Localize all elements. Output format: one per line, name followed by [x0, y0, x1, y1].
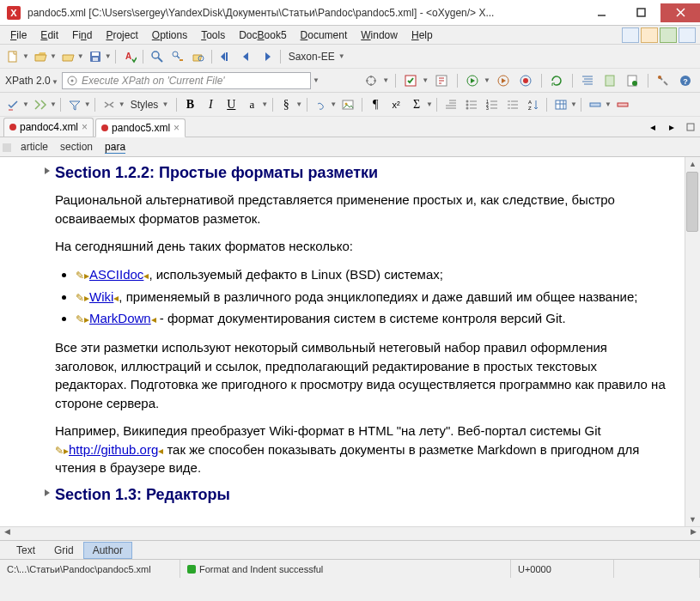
- perspective-editor-icon[interactable]: [622, 27, 639, 43]
- menu-edit[interactable]: Edit: [33, 27, 65, 43]
- close-tab-icon[interactable]: ×: [173, 122, 180, 134]
- menu-document[interactable]: Document: [294, 27, 355, 43]
- perspective-db-icon[interactable]: [679, 27, 696, 43]
- validate-icon[interactable]: [401, 71, 420, 90]
- find-in-files-icon[interactable]: [189, 47, 208, 66]
- save-icon[interactable]: [86, 47, 105, 66]
- mode-grid[interactable]: Grid: [45, 542, 83, 559]
- close-button[interactable]: [660, 3, 700, 22]
- indent-left-icon[interactable]: [441, 95, 460, 114]
- vertical-scrollbar[interactable]: ▲ ▼: [685, 157, 700, 526]
- menu-find[interactable]: Find: [65, 27, 99, 43]
- menu-options[interactable]: Options: [145, 27, 194, 43]
- menu-help[interactable]: Help: [405, 27, 440, 43]
- titlebar: X pandoc5.xml [C:\Users\sergey\YandexDis…: [0, 0, 700, 26]
- insert-table-icon[interactable]: [551, 95, 570, 114]
- run-transform-icon[interactable]: [463, 71, 482, 90]
- open-url-icon[interactable]: [58, 47, 77, 66]
- menu-docbook5[interactable]: DocBook5: [232, 27, 293, 43]
- horizontal-scrollbar[interactable]: ◀ ▶: [0, 526, 700, 540]
- tab-scroll-left-icon[interactable]: ◂: [643, 118, 662, 137]
- link-wiki[interactable]: Wiki: [89, 289, 113, 304]
- maximize-button[interactable]: [621, 3, 660, 22]
- insert-row-icon[interactable]: [586, 95, 605, 114]
- xpath-input[interactable]: Execute XPath on 'Current File': [62, 72, 311, 89]
- menu-tools[interactable]: Tools: [194, 27, 232, 43]
- gutter-toggle-icon[interactable]: [3, 143, 11, 152]
- preferences-icon[interactable]: [654, 71, 673, 90]
- delete-row-icon[interactable]: [613, 95, 632, 114]
- svg-line-14: [177, 56, 180, 58]
- back-first-icon[interactable]: [216, 47, 235, 66]
- menu-window[interactable]: Window: [354, 27, 405, 43]
- insert-para-icon[interactable]: ¶: [366, 95, 385, 114]
- link-github[interactable]: http://github.org: [69, 442, 158, 457]
- accept-change-icon[interactable]: [31, 95, 50, 114]
- list-variable-icon[interactable]: [503, 95, 522, 114]
- find-icon[interactable]: [148, 47, 167, 66]
- scroll-up-icon[interactable]: ▲: [685, 157, 700, 171]
- tab-pandoc4[interactable]: pandoc4.xml ×: [3, 118, 94, 137]
- bold-icon[interactable]: B: [180, 95, 199, 114]
- sort-icon[interactable]: AZ: [524, 95, 543, 114]
- check-spelling-icon[interactable]: A: [120, 47, 139, 66]
- menu-file[interactable]: File: [3, 27, 33, 43]
- insert-image-icon[interactable]: [338, 95, 357, 114]
- svg-point-11: [152, 52, 159, 58]
- tags-display-icon[interactable]: [100, 95, 119, 114]
- list-item: ✎▸Wiki◂, применяемый в различного рода э…: [76, 286, 671, 308]
- external-tools-icon[interactable]: [362, 71, 380, 90]
- dirty-indicator-icon: [9, 124, 16, 131]
- underline-icon[interactable]: U: [222, 95, 240, 114]
- breadcrumb-article[interactable]: article: [21, 141, 48, 153]
- italic-icon[interactable]: I: [201, 95, 220, 114]
- list-bullet-icon[interactable]: [462, 95, 481, 114]
- document-content[interactable]: Section 1.2.2: Простые форматы разметки …: [0, 157, 685, 526]
- xpath-version-dropdown[interactable]: XPath 2.0 ▼: [5, 75, 58, 87]
- link-markdown[interactable]: MarkDown: [89, 311, 151, 325]
- itemized-list: ✎▸ASCIIdoc◂, используемый дефакто в Linu…: [55, 264, 671, 330]
- close-tab-icon[interactable]: ×: [82, 121, 88, 133]
- link-asciidoc[interactable]: ASCIIdoc: [89, 267, 143, 282]
- scroll-down-icon[interactable]: ▼: [685, 513, 700, 526]
- configure-transform-icon[interactable]: [494, 71, 513, 90]
- breadcrumb-para[interactable]: para: [105, 141, 125, 154]
- refresh-icon[interactable]: [547, 71, 566, 90]
- breadcrumb-section[interactable]: section: [60, 141, 93, 153]
- list-item-text: , используемый дефакто в Linux (BSD) сис…: [149, 267, 443, 282]
- styles-dropdown[interactable]: Styles ▼: [127, 95, 173, 114]
- format-indent-icon[interactable]: [578, 71, 597, 90]
- back-icon[interactable]: [237, 47, 256, 66]
- minimize-button[interactable]: [581, 3, 621, 22]
- scroll-thumb[interactable]: [686, 172, 698, 232]
- find-replace-icon[interactable]: [168, 47, 187, 66]
- generate-doc-icon[interactable]: [623, 71, 642, 90]
- list-item: ✎▸MarkDown◂ - формат документирования си…: [76, 307, 671, 330]
- perspective-xslt-icon[interactable]: [641, 27, 658, 43]
- tab-list-icon[interactable]: [681, 118, 700, 137]
- tab-pandoc5[interactable]: pandoc5.xml ×: [95, 118, 186, 137]
- profiling-icon[interactable]: [65, 95, 84, 114]
- perspective-xquery-icon[interactable]: [660, 27, 677, 43]
- list-ordered-icon[interactable]: 123: [483, 95, 502, 114]
- new-icon[interactable]: [3, 47, 22, 66]
- gear-icon: [66, 75, 78, 87]
- link-icon[interactable]: [311, 95, 330, 114]
- mode-text[interactable]: Text: [7, 542, 45, 559]
- mode-author[interactable]: Author: [83, 542, 132, 559]
- transform-engine-dropdown[interactable]: Saxon-EE ▼: [285, 47, 349, 66]
- forward-icon[interactable]: [258, 47, 277, 66]
- insert-equation-icon[interactable]: Σ: [407, 95, 426, 114]
- menu-project[interactable]: Project: [99, 27, 144, 43]
- insert-math-icon[interactable]: x²: [387, 95, 405, 114]
- associate-schema-icon[interactable]: [432, 71, 451, 90]
- help-icon[interactable]: ?: [676, 71, 695, 90]
- subscript-icon[interactable]: a: [242, 95, 261, 114]
- tab-scroll-right-icon[interactable]: ▸: [662, 118, 681, 137]
- section-icon[interactable]: §: [277, 95, 295, 114]
- debug-icon[interactable]: [516, 71, 535, 90]
- open-icon[interactable]: [31, 47, 50, 66]
- xslt-stylesheet-icon[interactable]: [600, 71, 619, 90]
- pencil-icon: ✎: [76, 270, 84, 282]
- track-changes-icon[interactable]: [3, 95, 22, 114]
